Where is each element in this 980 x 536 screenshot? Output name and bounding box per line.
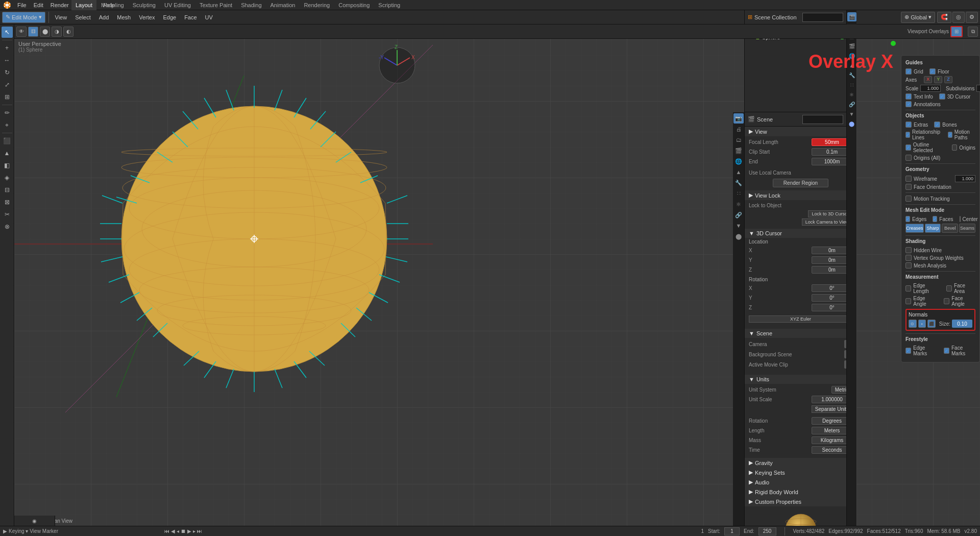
keying-btn[interactable]: Keying ▾: [9, 528, 28, 534]
gravity-header[interactable]: ▶ Gravity: [745, 458, 856, 468]
tool-move[interactable]: ↔: [2, 55, 13, 66]
lock-camera-btn[interactable]: Lock Camera to View: [802, 218, 852, 226]
prev-frame-btn[interactable]: ◀: [171, 528, 175, 534]
cursor-3d-header[interactable]: ▼ 3D Cursor: [745, 229, 856, 238]
menu-face[interactable]: Face: [181, 12, 200, 23]
end-input[interactable]: [758, 527, 776, 535]
menu-mesh[interactable]: Mesh: [114, 12, 134, 23]
viewport-shading-render[interactable]: ◐: [63, 27, 74, 37]
tool-scale[interactable]: ⤢: [2, 79, 13, 90]
custom-props-header[interactable]: ▶ Custom Properties: [745, 497, 856, 506]
viewport-overlay-btn[interactable]: ⊞: [950, 26, 963, 37]
menu-edge[interactable]: Edge: [160, 12, 179, 23]
menu-uv[interactable]: UV: [202, 12, 216, 23]
tab-texture-paint[interactable]: Texture Paint: [195, 0, 236, 10]
annotations-checkbox[interactable]: ✓: [905, 101, 912, 107]
start-input[interactable]: [724, 527, 740, 535]
tab-sculpting[interactable]: Sculpting: [129, 0, 160, 10]
view-section-header[interactable]: ▶ View: [745, 127, 856, 136]
prop-render-icon[interactable]: 📷: [733, 113, 744, 124]
creases-btn[interactable]: Creases: [905, 224, 924, 233]
data-prop-icon[interactable]: ▼: [847, 109, 856, 118]
edge-marks-checkbox[interactable]: ✓: [905, 348, 911, 354]
z-axis-btn[interactable]: Z: [944, 76, 952, 83]
audio-header[interactable]: ▶ Audio: [745, 477, 856, 487]
viewport-camera-perspective[interactable]: 👁: [16, 27, 27, 37]
tool-extrude[interactable]: ▲: [2, 148, 13, 159]
tool-rotate[interactable]: ↻: [2, 67, 13, 78]
normals-overlay-btn[interactable]: ⬛: [927, 320, 936, 328]
menu-file[interactable]: File: [14, 0, 30, 10]
tool-cursor[interactable]: +: [2, 42, 13, 54]
start-btn[interactable]: ⏮: [164, 528, 169, 534]
tool-bisect[interactable]: ⊗: [2, 221, 13, 232]
prop-scene-icon[interactable]: 🎬: [733, 145, 744, 156]
marker-btn[interactable]: Marker: [42, 528, 58, 534]
reverse-play-btn[interactable]: ◂: [177, 528, 179, 534]
transform-selector[interactable]: ⊕ Global ▾: [901, 12, 935, 23]
end-btn[interactable]: ⏭: [197, 528, 202, 534]
rigid-body-header[interactable]: ▶ Rigid Body World: [745, 487, 856, 497]
floor-checkbox[interactable]: ✓: [929, 68, 936, 75]
edge-angle-checkbox[interactable]: [905, 298, 911, 304]
outline-checkbox[interactable]: ✓: [905, 144, 911, 151]
prop-view-layer-icon[interactable]: 🗂: [733, 135, 744, 145]
tab-compositing[interactable]: Compositing: [334, 0, 374, 10]
tool-annotate[interactable]: ✏: [2, 107, 13, 118]
wireframe-geom-checkbox[interactable]: [905, 176, 912, 182]
prop-output-icon[interactable]: 🖨: [733, 124, 744, 134]
tool-bevel[interactable]: ◈: [2, 172, 13, 183]
particle-prop-icon[interactable]: ∷: [847, 80, 856, 89]
view-lock-header[interactable]: ▶ View Lock: [745, 190, 856, 200]
prop-object-icon[interactable]: ▲: [733, 167, 744, 177]
seams-btn[interactable]: Seams: [959, 224, 975, 233]
edges-checkbox[interactable]: ✓: [905, 216, 910, 222]
outliner-search[interactable]: [802, 13, 843, 22]
tool-offset-edge[interactable]: ⊠: [2, 197, 13, 208]
origins-all-checkbox[interactable]: [905, 155, 912, 161]
play-btn[interactable]: ▶: [187, 528, 191, 534]
menu-select[interactable]: Select: [72, 12, 94, 23]
face-angle-checkbox[interactable]: [944, 298, 949, 304]
tab-uv-editing[interactable]: UV Editing: [160, 0, 195, 10]
menu-vertex[interactable]: Vertex: [136, 12, 158, 23]
face-area-checkbox[interactable]: [946, 285, 952, 291]
prop-constraint-icon[interactable]: 🔗: [733, 210, 744, 220]
tool-inset[interactable]: ◧: [2, 160, 13, 171]
prop-physics-icon[interactable]: ⚛: [733, 199, 744, 209]
rel-lines-checkbox[interactable]: ✓: [905, 132, 910, 138]
material-prop-icon[interactable]: ⬤: [847, 119, 856, 128]
stop-btn[interactable]: ⏹: [181, 528, 186, 534]
origins-checkbox[interactable]: [952, 144, 958, 151]
text-info-checkbox[interactable]: ✓: [905, 93, 912, 100]
sharp-btn[interactable]: Sharp: [925, 224, 941, 233]
vgroup-checkbox[interactable]: [905, 255, 912, 261]
viewport-shading-material[interactable]: ◑: [52, 27, 62, 37]
scale-input[interactable]: [920, 85, 941, 92]
tab-rendering[interactable]: Rendering: [300, 0, 334, 10]
motion-tracking-checkbox[interactable]: [905, 196, 912, 202]
edge-length-checkbox[interactable]: [905, 285, 911, 291]
cursor-3d-checkbox[interactable]: ✓: [939, 93, 945, 100]
grid-checkbox[interactable]: ✓: [905, 68, 912, 75]
view-btn[interactable]: View: [30, 528, 41, 534]
prop-data-icon[interactable]: ▼: [733, 221, 744, 231]
constraint-prop-icon[interactable]: 🔗: [847, 100, 856, 109]
face-orient-checkbox[interactable]: [905, 184, 912, 190]
proportional-edit[interactable]: ◎: [952, 12, 965, 23]
mesh-analysis-checkbox[interactable]: [905, 262, 912, 269]
motion-paths-checkbox[interactable]: ✓: [948, 132, 952, 138]
mode-selector[interactable]: ✎ Edit Mode ▾: [2, 12, 45, 23]
viewport-shading-solid[interactable]: ⬤: [40, 27, 50, 37]
menu-edit[interactable]: Edit: [31, 0, 46, 10]
wireframe-val[interactable]: [955, 175, 975, 182]
render-region-btn[interactable]: Render Region: [773, 179, 828, 187]
playback-btn[interactable]: ▶: [3, 528, 7, 534]
extras-checkbox[interactable]: ✓: [905, 121, 912, 128]
bevel-btn[interactable]: Bevel: [942, 224, 958, 233]
tool-add-cube[interactable]: ⬛: [2, 135, 13, 147]
tab-layout[interactable]: Layout: [71, 0, 96, 10]
units-section-header[interactable]: ▼ Units: [745, 375, 856, 384]
tool-select[interactable]: ↖: [2, 27, 13, 38]
center-checkbox[interactable]: [960, 216, 961, 222]
